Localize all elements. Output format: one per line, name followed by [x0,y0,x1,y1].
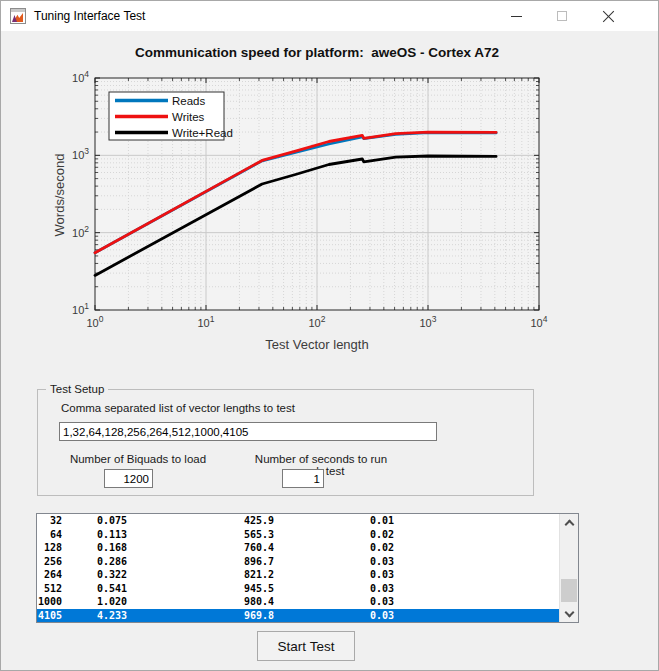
legend-entry-label: Writes [172,111,205,123]
start-test-button[interactable]: Start Test [257,631,355,661]
list-cell: 0.075 [62,514,127,528]
list-cell: 32 [37,514,62,528]
list-cell: 425.9 [127,514,274,528]
list-cell: 264 [37,568,62,582]
window-controls [493,1,631,31]
x-tick-label: 102 [309,314,326,329]
list-cell: 1000 [37,595,62,609]
list-cell: 980.4 [127,595,274,609]
window-title: Tuning Interface Test [34,1,145,31]
list-cell: 565.3 [127,528,274,542]
list-cell: 4.233 [62,609,127,623]
list-item[interactable]: 640.113565.30.02 [37,528,560,542]
list-item[interactable]: 2560.286896.70.03 [37,555,560,569]
chart-title: Communication speed for platform: aweOS … [1,45,633,60]
list-cell: 512 [37,582,62,596]
x-tick-label: 100 [87,314,104,329]
x-axis-label: Test Vector length [1,337,633,352]
x-tick-label: 101 [198,314,215,329]
list-item[interactable]: 320.075425.90.01 [37,514,560,528]
x-tick-label: 103 [420,314,437,329]
list-item[interactable]: 5120.541945.50.03 [37,582,560,596]
vector-lengths-input[interactable] [59,422,437,441]
list-cell: 0.03 [274,568,394,582]
biquads-label: Number of Biquads to load [58,453,218,465]
list-item[interactable]: 41054.233969.80.03 [37,609,560,623]
biquads-input[interactable] [104,469,153,488]
legend-entry-label: Write+Read [172,127,233,139]
test-setup-group: Test Setup Comma separated list of vecto… [37,389,534,496]
list-cell: 0.168 [62,541,127,555]
list-cell: 969.8 [127,609,274,623]
y-tick-label: 104 [72,69,89,84]
scrollbar-thumb[interactable] [561,579,577,602]
list-item[interactable]: 1280.168760.40.02 [37,541,560,555]
list-cell: 256 [37,555,62,569]
y-tick-label: 102 [72,224,89,239]
results-rows: 320.075425.90.01640.113565.30.021280.168… [37,514,560,622]
scroll-down-button[interactable] [560,605,579,622]
speed-chart: 100101102103104101102103104ReadsWritesWr… [1,31,659,381]
list-cell: 0.322 [62,568,127,582]
maximize-button[interactable] [539,1,585,31]
list-item[interactable]: 2640.322821.20.03 [37,568,560,582]
close-button[interactable] [585,1,631,31]
figure-area: 100101102103104101102103104ReadsWritesWr… [1,31,659,671]
list-cell: 4105 [37,609,62,623]
list-cell: 0.03 [274,555,394,569]
results-listbox[interactable]: 320.075425.90.01640.113565.30.021280.168… [36,513,579,623]
y-axis-label: Words/second [52,115,70,275]
list-cell: 1.020 [62,595,127,609]
minimize-button[interactable] [493,1,539,31]
legend-entry-label: Reads [172,95,205,107]
listbox-scrollbar[interactable] [559,514,578,622]
maximize-icon [557,11,567,21]
list-cell: 0.03 [274,582,394,596]
legend: ReadsWritesWrite+Read [109,92,233,140]
scroll-up-button[interactable] [560,514,579,531]
matlab-figure-icon [10,8,26,24]
y-tick-label: 101 [72,301,89,316]
list-cell: 0.03 [274,595,394,609]
title-bar: Tuning Interface Test [1,1,658,31]
list-cell: 896.7 [127,555,274,569]
list-cell: 0.03 [274,609,394,623]
x-tick-label: 104 [531,314,548,329]
minimize-icon [511,16,522,17]
list-cell: 0.286 [62,555,127,569]
chevron-up-icon [565,520,575,530]
list-item[interactable]: 10001.020980.40.03 [37,595,560,609]
test-setup-group-label: Test Setup [46,383,108,395]
list-cell: 0.01 [274,514,394,528]
list-cell: 0.02 [274,541,394,555]
list-cell: 64 [37,528,62,542]
list-cell: 760.4 [127,541,274,555]
list-cell: 821.2 [127,568,274,582]
list-cell: 0.02 [274,528,394,542]
seconds-input[interactable] [282,469,324,488]
tuning-interface-window: Tuning Interface Test 100101102103104101… [0,0,659,671]
list-cell: 0.113 [62,528,127,542]
list-cell: 128 [37,541,62,555]
close-icon [602,10,615,23]
chevron-down-icon [565,608,575,618]
list-cell: 945.5 [127,582,274,596]
list-cell: 0.541 [62,582,127,596]
y-tick-label: 103 [72,146,89,161]
vector-lengths-label: Comma separated list of vector lengths t… [61,402,295,414]
